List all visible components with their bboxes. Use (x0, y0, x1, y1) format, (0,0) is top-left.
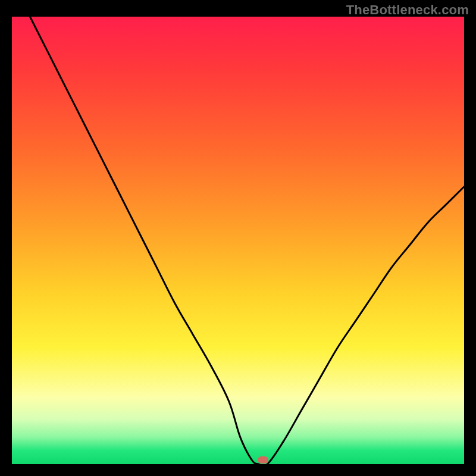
optimum-marker (258, 456, 268, 464)
chart-frame: TheBottleneck.com (0, 0, 476, 476)
watermark-label: TheBottleneck.com (346, 2, 469, 18)
bottleneck-curve (12, 17, 464, 464)
plot-area (12, 17, 464, 464)
